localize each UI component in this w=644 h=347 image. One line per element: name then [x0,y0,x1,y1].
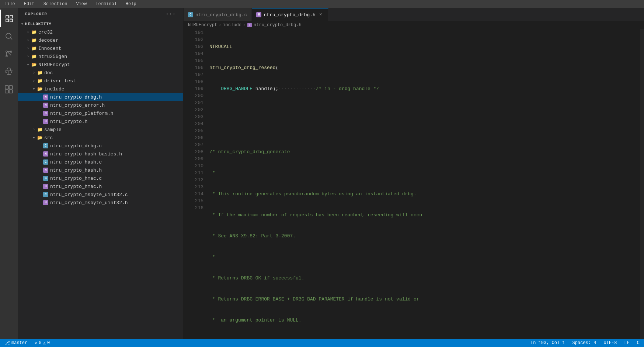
file-label: ntru_crypto_msbyte_uint32.h [50,200,180,206]
token: * If the maximum number of requests has … [209,212,422,219]
menu-view[interactable]: View [74,1,88,7]
sidebar-item-ntru-crypto-h[interactable]: H ntru_crypto.h [18,117,183,126]
spacer [37,175,43,181]
file-label: ntru_crypto_hash_basics.h [50,151,180,157]
status-spaces[interactable]: Spaces: 4 [571,340,598,346]
folder-open-icon: 📂 [37,135,43,141]
sidebar-more-actions[interactable]: ··· [166,11,176,17]
sidebar-item-ntru-crypto-drbg-c[interactable]: C ntru_crypto_drbg.c [18,142,183,150]
activity-search[interactable] [0,27,18,45]
folder-label: decoder [38,38,180,43]
code-line [209,106,640,113]
chevron-down-icon: ▾ [31,135,37,141]
sidebar-item-ntru-crypto-msbyte-h[interactable]: H ntru_crypto_msbyte_uint32.h [18,199,183,207]
folder-icon: 📁 [31,29,37,35]
code-content[interactable]: NTRUCALL ntru_crypto_drbg_reseed( DRBG_H… [208,29,640,339]
sidebar-item-decoder[interactable]: › 📁 decoder [18,36,183,44]
chevron-right-icon: › [25,45,31,51]
code-line: * If the maximum number of requests has … [209,212,640,219]
line-num: 197 [192,71,203,78]
status-encoding[interactable]: UTF-8 [602,340,618,346]
breadcrumb-part-filename[interactable]: ntru_crypto_drbg.h [254,23,302,28]
token: * See ANS X9.82: Part 3-2007. [209,233,296,240]
h-file-icon: H [43,102,49,108]
tab-label: ntru_crypto_drbg.h [264,12,315,18]
menu-file[interactable]: File [3,1,17,7]
status-right: Ln 193, Col 1 Spaces: 4 UTF-8 LF C [529,340,641,346]
status-eol[interactable]: LF [623,340,631,346]
status-branch-label: master [11,340,27,346]
code-editor[interactable]: 191 192 193 194 195 196 197 198 199 200 … [184,29,644,339]
tree-item-hellokitty[interactable]: ▾ HELLOKITTY [18,20,183,28]
sidebar-item-doc[interactable]: › 📁 doc [18,69,183,77]
menu-selection[interactable]: Selection [42,1,69,7]
sidebar-item-ntru-crypto-hmac-c[interactable]: C ntru_crypto_hmac.c [18,174,183,182]
token: DRBG_HANDLE [221,85,253,92]
sidebar-item-ntru-crypto-hmac-h[interactable]: H ntru_crypto_hmac.h [18,182,183,190]
h-file-icon: H [43,118,49,124]
menu-edit[interactable]: Edit [22,1,36,7]
tab-ntru-crypto-drbg-h[interactable]: H ntru_crypto_drbg.h × [252,8,328,21]
activity-git[interactable] [0,45,18,63]
sidebar-item-innocent[interactable]: › 📁 Innocent [18,44,183,52]
spacer [37,183,43,189]
sidebar-item-include[interactable]: ▾ 📂 include [18,85,183,93]
spacer [37,192,43,197]
sidebar-item-ntru-crypto-platform-h[interactable]: H ntru_crypto_platform.h [18,109,183,117]
menu-help[interactable]: Help [124,1,138,7]
svg-line-1 [11,38,13,40]
activity-debug[interactable] [0,63,18,80]
sidebar-item-ntru-crypto-msbyte-c[interactable]: C ntru_crypto_msbyte_uint32.c [18,190,183,199]
code-line: * [209,169,640,176]
token: ············· [278,85,316,92]
folder-icon: 📁 [37,127,43,133]
line-num: 201 [192,99,203,106]
file-label: ntru_crypto_drbg.h [50,95,180,100]
sidebar-item-src[interactable]: ▾ 📂 src [18,134,183,142]
line-num: 206 [192,134,203,141]
sidebar-item-ntruencrypt[interactable]: ▾ 📂 NTRUEncrypt [18,61,183,69]
c-file-icon: C [43,192,49,197]
code-line: /* ntru_crypto_drbg_generate [209,148,640,155]
status-eol-label: LF [624,340,629,346]
menu-terminal[interactable]: Terminal [94,1,118,7]
h-file-icon: H [43,200,49,206]
tab-ntru-crypto-drbg-c[interactable]: C ntru_crypto_drbg.c [184,8,252,21]
status-language[interactable]: C [636,340,641,346]
breadcrumb-part-ntruencrypt[interactable]: NTRUEncrypt [188,23,217,28]
sidebar-item-ntru-crypto-hash-h[interactable]: H ntru_crypto_hash.h [18,166,183,174]
svg-point-3 [10,51,12,52]
sidebar-item-ntru-crypto-hash-basics-h[interactable]: H ntru_crypto_hash_basics.h [18,150,183,158]
activity-extensions[interactable] [0,80,18,98]
breadcrumb-part-include[interactable]: include [223,23,241,28]
line-num: 209 [192,155,203,162]
spacer [37,200,43,206]
status-encoding-label: UTF-8 [603,340,617,346]
folder-icon: 📁 [31,54,37,59]
sidebar-item-ntru256gen[interactable]: › 📁 ntru256gen [18,52,183,61]
sidebar-item-ntru-crypto-error-h[interactable]: H ntru_crypto_error.h [18,101,183,109]
breadcrumb: NTRUEncrypt › include › H ntru_crypto_dr… [184,21,644,29]
activity-explorer[interactable] [0,10,18,27]
sidebar-item-driver-test[interactable]: › 📁 driver_test [18,77,183,85]
sidebar-item-sample[interactable]: › 📁 sample [18,126,183,134]
token: /* ntru_crypto_drbg_generate [209,148,290,155]
svg-point-4 [6,55,7,57]
tab-close-button[interactable]: × [318,12,324,18]
folder-icon: 📁 [31,45,37,51]
status-position[interactable]: Ln 193, Col 1 [529,340,567,346]
file-label: ntru_crypto_drbg.c [50,143,180,149]
status-errors[interactable]: ⊘ 0 ⚠ 0 [33,340,51,346]
h-file-tab-icon: H [256,12,261,17]
token: NTRUCALL [209,43,232,50]
sidebar-item-ntru-crypto-hash-c[interactable]: C ntru_crypto_hash.c [18,158,183,166]
code-line: * [209,254,640,261]
spacer [37,151,43,157]
sidebar-item-ntru-crypto-drbg-h[interactable]: H ntru_crypto_drbg.h [18,93,183,101]
status-branch[interactable]: ⎇ master [3,340,29,346]
c-file-icon: C [43,159,49,165]
spacer [37,94,43,100]
folder-label: ntru256gen [38,54,180,59]
sidebar-item-crc32[interactable]: › 📁 crc32 [18,28,183,36]
folder-label-include: include [44,86,180,92]
